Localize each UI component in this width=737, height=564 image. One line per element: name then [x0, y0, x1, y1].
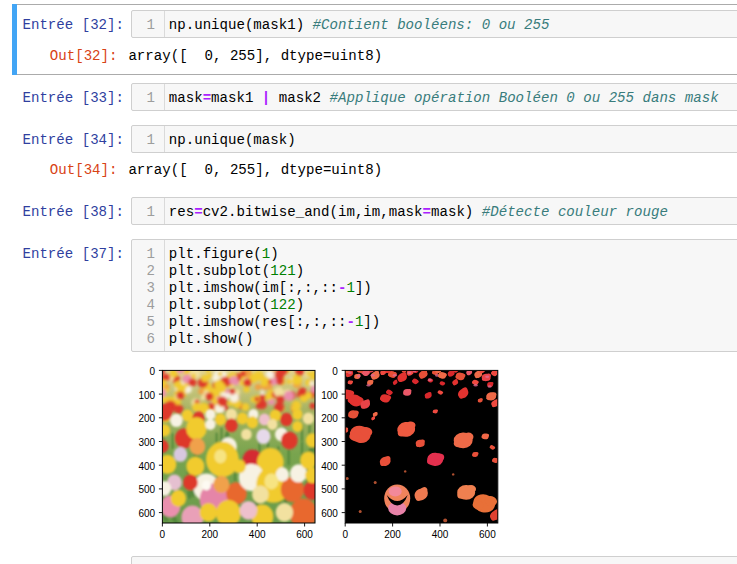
svg-text:500: 500: [138, 484, 155, 495]
svg-text:300: 300: [138, 437, 155, 448]
svg-text:400: 400: [249, 529, 266, 540]
svg-text:200: 200: [201, 529, 218, 540]
svg-text:100: 100: [138, 390, 155, 401]
svg-text:400: 400: [321, 461, 338, 472]
svg-text:200: 200: [384, 529, 401, 540]
svg-text:600: 600: [479, 529, 496, 540]
svg-text:400: 400: [138, 461, 155, 472]
svg-text:600: 600: [321, 508, 338, 519]
svg-text:100: 100: [321, 390, 338, 401]
svg-text:200: 200: [321, 413, 338, 424]
svg-text:500: 500: [321, 484, 338, 495]
svg-text:300: 300: [321, 437, 338, 448]
svg-text:0: 0: [342, 529, 348, 540]
svg-text:400: 400: [432, 529, 449, 540]
svg-text:600: 600: [296, 529, 313, 540]
svg-text:200: 200: [138, 413, 155, 424]
svg-text:0: 0: [160, 529, 166, 540]
svg-text:0: 0: [332, 366, 338, 377]
svg-text:0: 0: [150, 366, 156, 377]
svg-text:600: 600: [138, 508, 155, 519]
